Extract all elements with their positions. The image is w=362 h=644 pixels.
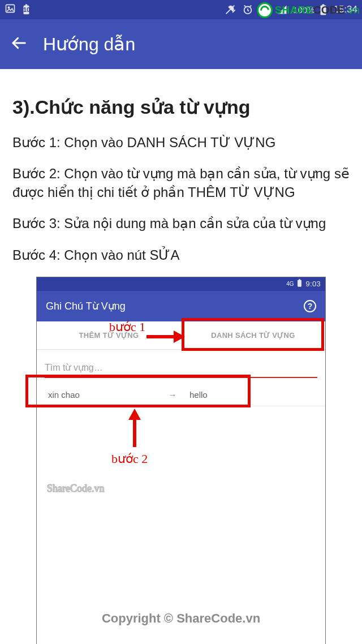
image-icon [5,3,16,17]
tab-add-vocab[interactable]: THÊM TỪ VỰNG [37,321,181,349]
vibrate-icon [224,3,236,16]
logo-code-text: CODE [313,4,345,16]
back-icon[interactable] [10,35,27,54]
embedded-clock: 9:03 [305,280,321,288]
embedded-status-bar: 4G 9:03 [37,277,325,291]
svg-rect-10 [299,279,301,280]
step-1: Bước 1: Chọn vào DANH SÁCH TỪ VỰNG [12,133,350,152]
search-placeholder: Tìm từ vựng… [45,362,103,373]
embedded-data-icon: 4G [286,281,294,287]
svg-rect-9 [298,280,301,287]
alarm-icon [242,3,254,16]
tab-list-vocab[interactable]: DANH SÁCH TỪ VỰNG [181,321,325,349]
logo-swirl-icon [257,2,273,18]
logo-suffix-text: .vn [345,4,360,16]
inner-watermark: ShareCode.vn [47,483,104,495]
battery-small-icon: 100 [21,4,33,15]
section-heading: 3).Chức năng sửa từ vựng [12,96,350,118]
vocab-row[interactable]: xin chao → hello [37,384,325,406]
step-3: Bước 3: Sửa nội dung mà bạn cần sửa của … [12,214,350,233]
content-area: 3).Chức năng sửa từ vựng Bước 1: Chọn và… [0,69,362,644]
step-2: Bước 2: Chọn vào từ vựng mà bạn cần sửa,… [12,164,350,201]
logo-share-text: SHARE [275,4,313,16]
svg-rect-3 [25,4,27,6]
vocab-meaning: hello [189,390,314,400]
step-4: Bước 4: Chọn vào nút SỬA [12,246,350,264]
embedded-battery-icon [297,279,302,289]
page-title: Hướng dẫn [43,33,135,55]
search-input[interactable]: Tìm từ vựng… [45,359,317,378]
embedded-app-title: Ghi Chú Từ Vựng [46,300,126,312]
arrow-icon: → [156,390,189,400]
embedded-screenshot: 4G 9:03 Ghi Chú Từ Vựng ? THÊM TỪ VỰNG D… [36,277,326,644]
help-icon[interactable]: ? [304,300,316,312]
embedded-body: Tìm từ vựng… xin chao → hello ShareCode.… [37,350,325,644]
svg-point-1 [8,7,10,8]
sharecode-logo: SHARECODE.vn [257,2,360,18]
embedded-app-bar: Ghi Chú Từ Vựng ? [37,291,325,321]
vocab-word: xin chao [48,390,156,400]
app-bar: Hướng dẫn [0,19,362,69]
embedded-tabs: THÊM TỪ VỰNG DANH SÁCH TỪ VỰNG [37,321,325,350]
